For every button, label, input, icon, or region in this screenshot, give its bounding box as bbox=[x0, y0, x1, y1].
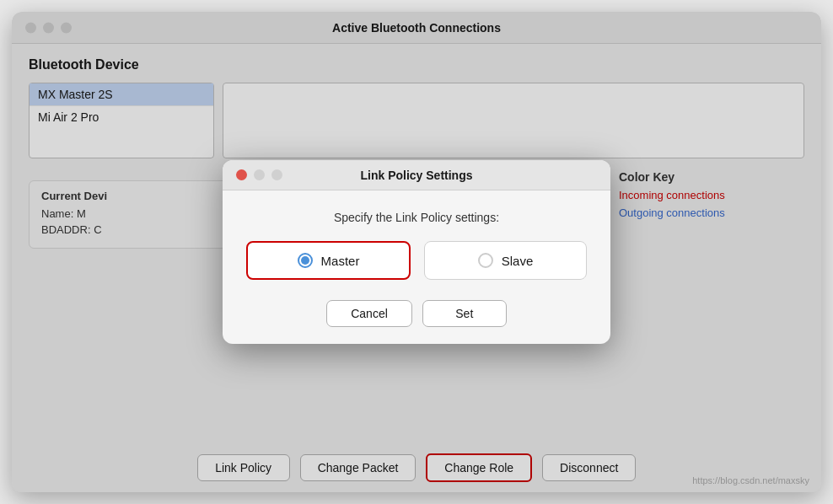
modal-close-button[interactable] bbox=[236, 169, 247, 180]
modal-overlay: Link Policy Settings Specify the Link Po… bbox=[12, 12, 821, 492]
radio-options: Master Slave bbox=[246, 241, 587, 280]
modal-title-bar: Link Policy Settings bbox=[223, 160, 610, 190]
master-option[interactable]: Master bbox=[246, 241, 411, 280]
slave-radio[interactable] bbox=[478, 253, 493, 268]
main-window: Active Bluetooth Connections Bluetooth D… bbox=[12, 12, 821, 492]
slave-label: Slave bbox=[502, 254, 534, 268]
master-radio[interactable] bbox=[298, 253, 313, 268]
set-button[interactable]: Set bbox=[422, 300, 507, 327]
modal-body: Specify the Link Policy settings: Master… bbox=[223, 190, 610, 344]
modal-maximize-button[interactable] bbox=[271, 169, 282, 180]
master-label: Master bbox=[321, 254, 360, 268]
modal-minimize-button[interactable] bbox=[254, 169, 265, 180]
modal-description: Specify the Link Policy settings: bbox=[246, 211, 587, 224]
modal-action-buttons: Cancel Set bbox=[246, 300, 587, 327]
slave-option[interactable]: Slave bbox=[424, 241, 587, 280]
modal-title: Link Policy Settings bbox=[360, 169, 472, 182]
cancel-button[interactable]: Cancel bbox=[326, 300, 412, 327]
modal-traffic-lights bbox=[236, 169, 282, 180]
link-policy-modal: Link Policy Settings Specify the Link Po… bbox=[223, 160, 610, 344]
